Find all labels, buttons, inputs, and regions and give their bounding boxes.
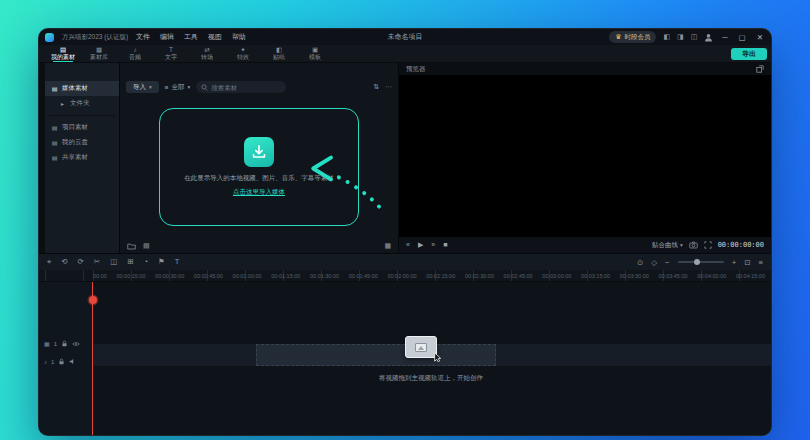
chevron-down-icon: ▾ [680, 242, 683, 248]
timeline-tool-icon[interactable]: ◔ [144, 257, 149, 267]
ruler-tick[interactable]: 00:02:30:00 [465, 273, 494, 279]
ruler-tick[interactable]: 00:00:30:00 [155, 273, 184, 279]
timeline-menu-icon[interactable]: ≡ [759, 258, 763, 267]
ruler-tick[interactable]: 00:04:00:00 [697, 273, 726, 279]
menu-tools[interactable]: 工具 [184, 32, 198, 42]
ruler-tick[interactable]: 00:01:00:00 [233, 273, 262, 279]
ruler-tick[interactable]: 00:03:45:00 [658, 273, 687, 279]
membership-badge[interactable]: ♛ 时段会员 [609, 31, 656, 43]
ruler-tick[interactable]: 00:00 [93, 273, 107, 279]
fullscreen-icon[interactable] [704, 241, 712, 249]
transport-icon[interactable]: ■ [443, 241, 447, 249]
list-view-icon[interactable]: ▤ [143, 242, 150, 250]
menu-help[interactable]: 帮助 [232, 32, 246, 42]
timeline-tool-icon[interactable]: T [175, 257, 180, 267]
close-button[interactable]: ✕ [755, 33, 765, 42]
ruler-tick[interactable]: 00:04:15:00 [736, 273, 765, 279]
sort-icon[interactable]: ⇅ [373, 83, 379, 91]
menu-edit[interactable]: 编辑 [160, 32, 174, 42]
sidebar-item-project-media[interactable]: ▤ 项目素材 [45, 120, 119, 135]
sidebar-item-media[interactable]: ▤ 媒体素材 [45, 81, 119, 96]
import-dropzone[interactable]: 在此显示导入的本地视频、图片、音乐、字幕等素材 点击这里导入媒体 [159, 108, 359, 226]
chevron-down-icon: ▾ [188, 84, 191, 90]
timeline-ruler[interactable]: 00:0000:00:15:0000:00:30:0000:00:45:0000… [39, 270, 771, 282]
layout-wide-icon[interactable]: ◨ [677, 33, 684, 41]
timeline-tool-icon[interactable]: ⌖ [47, 257, 51, 267]
stock-media-icon: ▦ [96, 47, 102, 53]
ruler-tick[interactable]: 00:00:15:00 [116, 273, 145, 279]
timeline-tool-icon[interactable]: ◫ [110, 257, 117, 267]
detach-preview-icon[interactable] [756, 65, 764, 73]
export-button[interactable]: 导出 [731, 48, 767, 60]
timeline-tool-icon[interactable]: ⟳ [78, 257, 84, 267]
layout-stacked-icon[interactable]: ◫ [691, 33, 698, 41]
ruler-tick[interactable]: 00:03:30:00 [620, 273, 649, 279]
fit-timeline-icon[interactable]: ⊡ [744, 258, 750, 267]
timeline-tool-icon[interactable]: ⊞ [127, 257, 133, 267]
search-input[interactable] [211, 84, 281, 91]
import-button[interactable]: 导入 ▾ [126, 81, 159, 93]
maximize-button[interactable]: ▢ [737, 33, 748, 42]
more-options-icon[interactable]: ⋯ [385, 83, 392, 91]
menu-view[interactable]: 视图 [208, 32, 222, 42]
timeline-tool-icon[interactable]: ✂ [94, 257, 100, 267]
layout-default-icon[interactable]: ◧ [663, 33, 670, 41]
zoom-in-icon[interactable]: + [732, 258, 737, 267]
grid-view-icon[interactable]: ▦ [384, 242, 391, 250]
ruler-tick[interactable]: 00:02:15:00 [426, 273, 455, 279]
ruler-tick[interactable]: 00:03:00:00 [542, 273, 571, 279]
crown-icon: ♛ [615, 33, 621, 41]
ruler-tick[interactable]: 00:03:15:00 [581, 273, 610, 279]
sidebar-item-shared[interactable]: ▤ 共享素材 [45, 150, 119, 165]
preview-screen[interactable] [399, 75, 771, 237]
playhead-knob[interactable] [89, 296, 97, 304]
tab-effects[interactable]: ✦ 特效 [227, 45, 259, 62]
ruler-tick[interactable]: 00:02:00:00 [387, 273, 416, 279]
tab-audio[interactable]: ♪ 音频 [119, 45, 151, 62]
ruler-tick[interactable]: 00:02:45:00 [504, 273, 533, 279]
tab-stickers[interactable]: ◧ 贴纸 [263, 45, 295, 62]
transport-icon[interactable]: « [406, 241, 410, 249]
timeline-tool-icon[interactable]: ⚑ [158, 257, 165, 267]
playhead-line[interactable] [92, 282, 94, 435]
tab-templates[interactable]: ▣ 模板 [299, 45, 331, 62]
fit-dropdown[interactable]: 贴合曲线 ▾ [652, 241, 683, 250]
project-media-icon: ▤ [51, 124, 58, 131]
zoom-slider[interactable] [678, 261, 724, 263]
ruler-tick[interactable]: 00:01:15:00 [271, 273, 300, 279]
search-box [196, 81, 286, 93]
ruler-tick[interactable]: 00:00:45:00 [194, 273, 223, 279]
timeline-tracks: ▦ 1 ♪ 1 [39, 282, 771, 435]
add-folder-icon[interactable] [127, 242, 136, 250]
sidebar-item-folder[interactable]: ▸ 文件夹 [45, 96, 119, 111]
user-avatar-icon[interactable] [704, 33, 713, 42]
zoom-out-icon[interactable]: − [665, 258, 670, 267]
snapshot-camera-icon[interactable] [689, 241, 698, 249]
ruler-tick[interactable]: 00:01:45:00 [349, 273, 378, 279]
tab-my-media[interactable]: ▤ 我的素材 [47, 45, 79, 62]
keyframe-icon[interactable]: ◇ [651, 258, 657, 267]
lock-icon[interactable] [61, 340, 68, 347]
tab-transitions[interactable]: ⇄ 转场 [191, 45, 223, 62]
timeline-tool-icon[interactable]: ⟲ [61, 257, 67, 267]
video-track-icon: ▦ [44, 340, 50, 347]
media-panel: 导入 ▾ ≡ 全部 ▾ ⇅ ⋯ [119, 63, 399, 253]
menu-file[interactable]: 文件 [136, 32, 150, 42]
lock-icon[interactable] [58, 358, 65, 365]
tab-text[interactable]: T 文字 [155, 45, 187, 62]
eye-icon[interactable] [72, 341, 80, 347]
ruler-tick[interactable]: 00:01:30:00 [310, 273, 339, 279]
import-media-link[interactable]: 点击这里导入媒体 [233, 188, 285, 197]
snap-icon[interactable]: ⊙ [637, 258, 643, 267]
timeline-tools-right: ⊙ ◇ − + ⊡ ≡ [637, 258, 763, 267]
transport-icon[interactable]: ▶ [418, 241, 423, 249]
tab-stock-media[interactable]: ▦ 素材库 [83, 45, 115, 62]
chevron-down-icon: ▾ [149, 84, 152, 90]
sidebar-item-cloud[interactable]: ▤ 我的云盘 [45, 135, 119, 150]
drop-target-band[interactable] [256, 344, 496, 366]
minimize-button[interactable]: ─ [720, 33, 729, 42]
filter-dropdown[interactable]: ≡ 全部 ▾ [165, 81, 191, 93]
timecode-display: 00:00:00:00 [718, 241, 764, 249]
speaker-icon[interactable] [69, 358, 76, 365]
transport-icon[interactable]: » [431, 241, 435, 249]
